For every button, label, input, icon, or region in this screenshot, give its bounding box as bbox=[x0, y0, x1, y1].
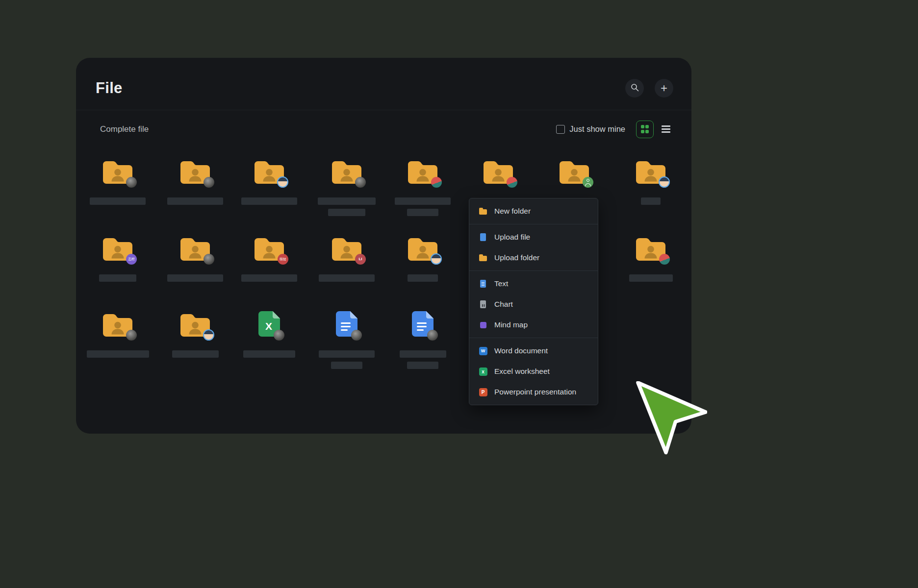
collaborator-avatar bbox=[204, 254, 214, 265]
folder-item[interactable] bbox=[237, 157, 302, 205]
menu-item-upload-folder[interactable]: Upload folder bbox=[469, 247, 598, 268]
upload-file-icon bbox=[478, 232, 488, 242]
file-name-placeholder bbox=[319, 274, 375, 282]
menu-item-text[interactable]: Text bbox=[469, 273, 598, 294]
file-item[interactable] bbox=[390, 310, 455, 369]
folder-icon bbox=[635, 157, 667, 185]
folder-item[interactable] bbox=[163, 157, 228, 205]
menu-item-excel-worksheet[interactable]: Excel worksheet bbox=[469, 361, 598, 382]
svg-text:X: X bbox=[265, 320, 272, 332]
collaborator-avatar bbox=[507, 177, 517, 188]
file-name-placeholder bbox=[407, 362, 438, 369]
collaborator-avatar bbox=[126, 177, 137, 188]
menu-item-word-document[interactable]: Word document bbox=[469, 341, 598, 361]
folder-item[interactable] bbox=[314, 157, 379, 216]
word-icon bbox=[479, 347, 487, 355]
folder-icon: 很短 bbox=[253, 234, 285, 262]
menu-item-upload-file[interactable]: Upload file bbox=[469, 227, 598, 247]
collaborator-avatar bbox=[351, 330, 362, 341]
collaborator-avatar: LI bbox=[355, 254, 366, 265]
file-name-placeholder bbox=[172, 350, 219, 358]
collaborator-avatar bbox=[274, 330, 284, 341]
folder-icon: 志程 bbox=[102, 234, 134, 262]
folder-icon bbox=[179, 157, 211, 185]
folder-icon bbox=[331, 157, 363, 185]
file-name-placeholder bbox=[328, 209, 365, 216]
file-name-placeholder bbox=[319, 350, 375, 358]
file-name-placeholder bbox=[167, 274, 223, 282]
folder-icon bbox=[179, 310, 211, 338]
folder-item[interactable] bbox=[618, 234, 683, 282]
folder-icon bbox=[407, 234, 439, 262]
collaborator-avatar bbox=[583, 177, 593, 188]
file-manager-window: File + Complete file Just show mine bbox=[76, 58, 691, 434]
folder-item[interactable]: 很短 bbox=[237, 234, 302, 282]
menu-item-powerpoint-presentation[interactable]: Powerpoint presentation bbox=[469, 382, 598, 402]
mind-map-icon bbox=[478, 320, 488, 330]
folder-item[interactable] bbox=[542, 157, 607, 185]
file-name-placeholder bbox=[90, 197, 146, 205]
folder-icon bbox=[407, 157, 439, 185]
folder-item[interactable]: LI bbox=[314, 234, 379, 282]
file-name-placeholder bbox=[87, 350, 149, 358]
folder-item[interactable] bbox=[163, 234, 228, 282]
file-name-placeholder bbox=[241, 197, 297, 205]
excel-icon bbox=[479, 368, 487, 376]
menu-item-new-folder[interactable]: New folder bbox=[469, 201, 598, 221]
folder-icon bbox=[558, 157, 590, 185]
folder-item[interactable] bbox=[390, 234, 455, 282]
file-grid: 志程很短LIX bbox=[76, 58, 691, 434]
excel-icon: X bbox=[257, 310, 281, 338]
folder-item[interactable] bbox=[390, 157, 455, 216]
folder-icon bbox=[102, 310, 134, 338]
menu-group-upload: Upload file Upload folder bbox=[469, 224, 598, 270]
file-name-placeholder bbox=[641, 197, 661, 205]
file-name-placeholder bbox=[400, 350, 446, 358]
collaborator-avatar bbox=[431, 177, 442, 188]
collaborator-avatar: 很短 bbox=[278, 254, 288, 265]
collaborator-avatar bbox=[277, 176, 288, 188]
collaborator-avatar bbox=[203, 329, 214, 341]
file-name-placeholder bbox=[318, 197, 376, 205]
folder-icon bbox=[102, 157, 134, 185]
collaborator-avatar bbox=[204, 177, 214, 188]
folder-item[interactable] bbox=[85, 157, 150, 205]
collaborator-avatar bbox=[355, 177, 366, 188]
file-name-placeholder bbox=[99, 274, 136, 282]
file-item[interactable]: X bbox=[237, 310, 302, 358]
file-name-placeholder bbox=[241, 274, 297, 282]
folder-item[interactable] bbox=[163, 310, 228, 358]
folder-icon: LI bbox=[331, 234, 363, 262]
upload-folder-icon bbox=[478, 253, 488, 263]
folder-item[interactable]: 志程 bbox=[85, 234, 150, 282]
folder-icon bbox=[635, 234, 667, 262]
collaborator-avatar: 志程 bbox=[126, 254, 137, 265]
file-name-placeholder bbox=[395, 197, 451, 205]
collaborator-avatar bbox=[659, 176, 670, 188]
file-name-placeholder bbox=[408, 274, 438, 282]
file-item[interactable] bbox=[314, 310, 379, 369]
folder-icon bbox=[482, 157, 514, 185]
file-name-placeholder bbox=[629, 274, 673, 282]
folder-item[interactable] bbox=[618, 157, 683, 205]
file-name-placeholder bbox=[243, 350, 295, 358]
powerpoint-icon bbox=[479, 388, 487, 396]
new-folder-icon bbox=[478, 206, 488, 216]
doc-icon bbox=[334, 310, 359, 338]
folder-item[interactable] bbox=[85, 310, 150, 358]
chart-icon bbox=[478, 299, 488, 309]
menu-item-chart[interactable]: Chart bbox=[469, 294, 598, 315]
collaborator-avatar bbox=[431, 253, 442, 265]
menu-item-mind-map[interactable]: Mind map bbox=[469, 315, 598, 335]
collaborator-avatar bbox=[126, 330, 137, 341]
file-name-placeholder bbox=[331, 362, 362, 369]
file-name-placeholder bbox=[167, 197, 223, 205]
folder-item[interactable] bbox=[466, 157, 531, 185]
doc-icon bbox=[410, 310, 435, 338]
menu-group-create: Text Chart Mind map bbox=[469, 270, 598, 338]
menu-group-office: Word document Excel worksheet Powerpoint… bbox=[469, 338, 598, 405]
folder-icon bbox=[179, 234, 211, 262]
desktop-background: { "header": { "title": "File" }, "toolba… bbox=[0, 0, 918, 588]
folder-icon bbox=[253, 157, 285, 185]
create-context-menu: New folder Upload file Upload folder Tex… bbox=[469, 198, 598, 405]
